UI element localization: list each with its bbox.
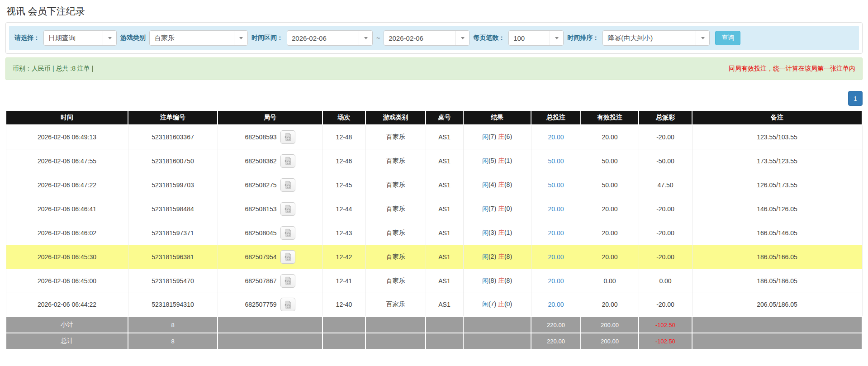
video-replay-button[interactable]: [280, 130, 295, 144]
footer-remark: [692, 333, 862, 349]
cell-time: 2026-02-06 06:44:22: [6, 293, 128, 317]
cell-session: 12-48: [323, 125, 365, 149]
cell-remark: 186.05/186.05: [692, 269, 862, 293]
video-replay-button[interactable]: [280, 202, 295, 216]
round-number: 682507759: [245, 301, 276, 308]
cell-bet-id: 523181597371: [128, 221, 218, 245]
grand-total-row: 总计8220.00200.00-102.50: [6, 333, 862, 349]
date-from-caret-button[interactable]: [359, 31, 372, 45]
page-title: 视讯 会员下注纪录: [5, 0, 863, 22]
cell-round-no: 682508362: [218, 149, 323, 173]
result-banker-label: 庄: [498, 229, 504, 236]
cell-table-no: AS1: [426, 197, 463, 221]
total-bet-link[interactable]: 50.00: [548, 181, 564, 189]
page-button-1[interactable]: 1: [848, 91, 863, 106]
cell-session: 12-42: [323, 245, 365, 269]
game-type-select[interactable]: 百家乐: [149, 30, 248, 46]
result-banker-score: (1): [504, 157, 512, 164]
cell-payout: -20.00: [639, 221, 692, 245]
cell-total-bet: 20.00: [531, 197, 581, 221]
video-replay-button[interactable]: [280, 274, 295, 288]
video-replay-button[interactable]: [280, 250, 295, 264]
chevron-down-icon: [239, 37, 243, 39]
result-banker-score: (0): [504, 300, 512, 308]
cell-valid-bet: 20.00: [581, 293, 639, 317]
total-bet-link[interactable]: 20.00: [548, 229, 564, 237]
pagination: 1: [5, 91, 863, 106]
video-replay-button[interactable]: [280, 154, 295, 168]
cell-time: 2026-02-06 06:45:30: [6, 245, 128, 269]
table-row: 2026-02-06 06:47:55523181600750682508362…: [6, 149, 862, 173]
result-banker-score: (1): [504, 229, 512, 236]
search-button[interactable]: 查询: [715, 31, 740, 45]
video-replay-icon: [284, 276, 292, 285]
page-size-caret-button[interactable]: [550, 31, 563, 45]
cell-remark: 206.05/186.05: [692, 293, 862, 317]
total-bet-link[interactable]: 20.00: [548, 205, 564, 213]
column-header-10: 备注: [692, 110, 862, 125]
game-type-caret-button[interactable]: [234, 31, 247, 45]
result-banker-label: 庄: [498, 181, 504, 188]
column-header-0: 时间: [6, 110, 128, 125]
footer-empty-game: [365, 333, 426, 349]
cell-time: 2026-02-06 06:49:13: [6, 125, 128, 149]
total-bet-link[interactable]: 20.00: [548, 277, 564, 285]
cell-session: 12-43: [323, 221, 365, 245]
total-bet-link[interactable]: 20.00: [548, 133, 564, 141]
table-row: 2026-02-06 06:45:30523181596381682507954…: [6, 245, 862, 269]
cell-time: 2026-02-06 06:47:55: [6, 149, 128, 173]
table-row: 2026-02-06 06:44:22523181594310682507759…: [6, 293, 862, 317]
footer-empty-session: [323, 333, 365, 349]
result-banker-score: (8): [504, 253, 512, 260]
date-to-caret-button[interactable]: [455, 31, 469, 45]
result-player-score: (4): [489, 181, 498, 188]
cell-time: 2026-02-06 06:46:02: [6, 221, 128, 245]
subtotal-row: 小计8220.00200.00-102.50: [6, 317, 862, 333]
total-bet-link[interactable]: 20.00: [548, 301, 564, 308]
video-replay-icon: [284, 181, 292, 189]
footer-empty-round: [218, 333, 323, 349]
cell-game-type: 百家乐: [365, 125, 426, 149]
round-number: 682508275: [245, 181, 276, 189]
cell-session: 12-45: [323, 173, 365, 197]
cell-result: 闲(4) 庄(8): [463, 173, 531, 197]
result-player-label: 闲: [482, 277, 489, 284]
date-to-select[interactable]: 2026-02-06: [384, 30, 470, 46]
video-replay-button[interactable]: [280, 178, 295, 192]
cell-total-bet: 20.00: [531, 269, 581, 293]
chevron-down-icon: [461, 37, 465, 39]
cell-round-no: 682507954: [218, 245, 323, 269]
page-size-select[interactable]: 100: [508, 30, 564, 46]
cell-table-no: AS1: [426, 269, 463, 293]
query-type-caret-button[interactable]: [103, 31, 116, 45]
footer-empty-game: [365, 317, 426, 333]
footer-empty-result: [463, 333, 531, 349]
cell-time: 2026-02-06 06:47:22: [6, 173, 128, 197]
video-replay-button[interactable]: [280, 298, 295, 311]
total-bet-link[interactable]: 50.00: [548, 157, 564, 165]
cell-total-bet: 20.00: [531, 245, 581, 269]
result-player-score: (7): [489, 300, 498, 308]
cell-time: 2026-02-06 06:45:00: [6, 269, 128, 293]
date-from-select[interactable]: 2026-02-06: [287, 30, 373, 46]
time-range-label: 时间区间：: [251, 34, 283, 42]
cell-session: 12-44: [323, 197, 365, 221]
video-replay-button[interactable]: [280, 226, 295, 240]
sort-order-select[interactable]: 降幂(由大到小): [602, 30, 710, 46]
column-header-9: 总派彩: [639, 110, 692, 125]
cell-result: 闲(7) 庄(6): [463, 125, 531, 149]
total-bet-link[interactable]: 20.00: [548, 253, 564, 261]
sort-order-caret-button[interactable]: [696, 31, 709, 45]
date-range-separator: ~: [376, 34, 380, 42]
cell-valid-bet: 20.00: [581, 125, 639, 149]
cell-session: 12-41: [323, 269, 365, 293]
footer-empty-session: [323, 317, 365, 333]
cell-round-no: 682508275: [218, 173, 323, 197]
cell-total-bet: 20.00: [531, 125, 581, 149]
query-type-select[interactable]: 日期查询: [43, 30, 117, 46]
column-header-2: 局号: [218, 110, 323, 125]
result-player-score: (5): [489, 157, 498, 164]
query-type-label: 请选择：: [14, 34, 40, 42]
cell-payout: -20.00: [639, 197, 692, 221]
result-player-label: 闲: [482, 157, 489, 164]
